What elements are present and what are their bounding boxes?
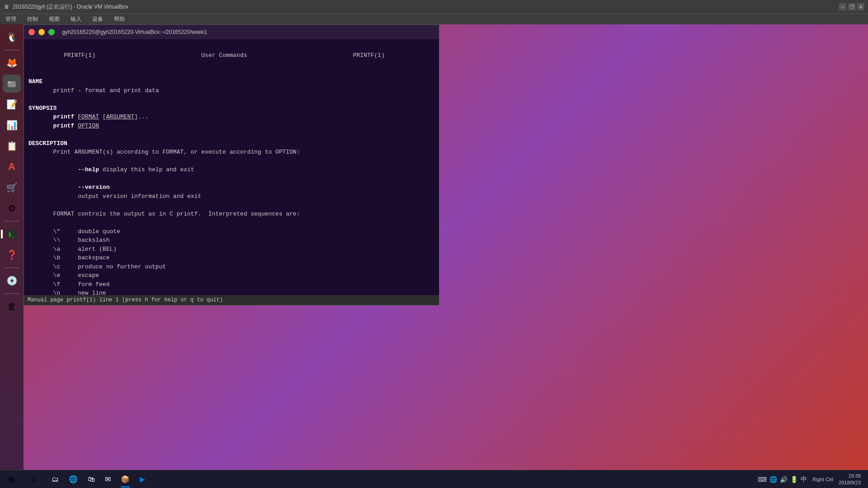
dock-item-files[interactable] — [3, 75, 21, 93]
seq-alert: \a alert (BEL) — [28, 245, 434, 254]
menu-view[interactable]: 视图 — [47, 14, 61, 24]
dock-item-cd[interactable]: 💿 — [3, 272, 21, 290]
dock-item-software[interactable]: A — [3, 158, 21, 176]
dock-item-ubuntu[interactable]: 🐧 — [3, 28, 21, 46]
format-arg: FORMAT — [78, 113, 99, 120]
titlebar: 🖥 20165220gyh [正在运行] - Oracle VM Virtual… — [0, 0, 868, 14]
dock-item-settings[interactable]: ⚙ — [3, 199, 21, 217]
help-desc: display this help and exit — [99, 166, 194, 173]
terminal-header-line: PRINTF(1) User Commands PRINTF(1) — [28, 42, 434, 69]
status-text: Manual page printf(1) line 1 (press h fo… — [28, 297, 223, 303]
dock-item-terminal[interactable]: $_ — [3, 225, 21, 243]
terminal-body[interactable]: PRINTF(1) User Commands PRINTF(1) NAME p… — [24, 39, 439, 295]
menu-help[interactable]: 帮助 — [112, 14, 127, 24]
tray-volume-icon[interactable]: 🔊 — [780, 476, 788, 483]
terminal-minimize-button[interactable] — [38, 29, 45, 35]
terminal-blank-5 — [28, 174, 434, 183]
desktop: 🐧 🦊 📝 📊 📋 A 🛒 ⚙ $_ ❓ 💿 🗑 gyh — [0, 24, 868, 470]
taskbar-item-powershell[interactable]: ▶ — [135, 471, 150, 488]
terminal-description-label: DESCRIPTION — [28, 139, 434, 148]
menu-devices[interactable]: 设备 — [90, 14, 105, 24]
taskbar-item-mail[interactable]: ✉ — [100, 471, 115, 488]
close-button[interactable]: ✕ — [857, 3, 864, 10]
notification-text[interactable]: Right Ctrl — [811, 476, 835, 483]
seq-no-output: \c produce no further output — [28, 263, 434, 272]
system-tray: ⌨ 🌐 🔊 🔋 中 — [758, 475, 807, 483]
header-left: PRINTF(1) — [64, 52, 95, 59]
taskbar-item-store[interactable]: 🛍 — [83, 471, 99, 488]
svg-rect-1 — [8, 81, 11, 83]
menu-manage[interactable]: 管理 — [4, 14, 18, 24]
dock: 🐧 🦊 📝 📊 📋 A 🛒 ⚙ $_ ❓ 💿 🗑 — [0, 24, 24, 470]
seq-newline: \n new line — [28, 289, 434, 295]
terminal-version-desc: output version information and exit — [28, 192, 434, 201]
terminal-synopsis-2: printf OPTION — [28, 122, 434, 131]
terminal-window: gyh20165220@gyh20165220-VirtualBox:~/201… — [24, 24, 439, 305]
terminal-blank-4 — [28, 157, 434, 166]
terminal-format-line: FORMAT controls the output as in C print… — [28, 210, 434, 219]
taskbar-clock: 19:39 2018/9/23 — [839, 473, 861, 486]
titlebar-controls: ─ ❐ ✕ — [839, 3, 864, 10]
description-section-title: DESCRIPTION — [28, 140, 67, 147]
printf-cmd-2: printf — [53, 122, 75, 129]
clock-date: 2018/9/23 — [839, 479, 861, 486]
terminal-close-button[interactable] — [28, 29, 35, 35]
minimize-button[interactable]: ─ — [839, 3, 846, 10]
taskbar-item-edge[interactable]: 🌐 — [64, 471, 82, 488]
titlebar-left: 🖥 20165220gyh [正在运行] - Oracle VM Virtual… — [4, 3, 128, 11]
option-arg: OPTION — [78, 122, 99, 129]
dock-separator-3 — [5, 267, 19, 268]
terminal-maximize-button[interactable] — [48, 29, 55, 35]
tray-keyboard-icon[interactable]: ⌨ — [758, 476, 767, 483]
terminal-status-bar: Manual page printf(1) line 1 (press h fo… — [24, 295, 439, 305]
main-area: gyh20165220@gyh20165220-VirtualBox:~/201… — [24, 24, 868, 470]
header-center: User Commands — [201, 52, 247, 59]
clock-time: 19:39 — [839, 473, 861, 479]
seq-backslash: \\ backslash — [28, 236, 434, 245]
terminal-blank-2 — [28, 95, 434, 104]
terminal-help-line: --help display this help and exit — [28, 165, 434, 174]
terminal-blank-6 — [28, 201, 434, 210]
seq-backspace: \b backspace — [28, 253, 434, 263]
terminal-name-desc: printf - format and print data — [28, 86, 434, 95]
taskbar-item-explorer[interactable]: 🗂 — [47, 471, 63, 488]
tray-network-icon[interactable]: 🌐 — [769, 476, 777, 483]
terminal-name-label: NAME — [28, 77, 434, 86]
windows-taskbar: ⊞ ⊙ 🗂 🌐 🛍 ✉ 📦 ▶ ⌨ 🌐 🔊 🔋 中 Right Ctrl 19:… — [0, 470, 868, 488]
menu-input[interactable]: 输入 — [69, 14, 83, 24]
printf-cmd-1: printf — [53, 113, 75, 120]
taskbar-item-virtualbox[interactable]: 📦 — [116, 471, 134, 488]
dock-item-trash[interactable]: 🗑 — [3, 297, 21, 315]
help-flag: --help — [53, 166, 99, 173]
terminal-synopsis-1: printf FORMAT [ARGUMENT]... — [28, 113, 434, 122]
seq-escape: \e escape — [28, 271, 434, 280]
seq-formfeed: \f form feed — [28, 280, 434, 289]
terminal-blank-3 — [28, 130, 434, 139]
terminal-description-text: Print ARGUMENT(s) according to FORMAT, o… — [28, 148, 434, 157]
restore-button[interactable]: ❐ — [848, 3, 855, 10]
terminal-version-line: --version — [28, 183, 434, 192]
app-icon: 🖥 — [4, 4, 9, 10]
taskbar-right: ⌨ 🌐 🔊 🔋 中 Right Ctrl 19:39 2018/9/23 — [750, 473, 868, 486]
menubar: 管理 控制 视图 输入 设备 帮助 — [0, 14, 868, 24]
tray-ime-icon[interactable]: 中 — [801, 475, 807, 483]
dock-separator-2 — [5, 221, 19, 221]
synopsis-section-title: SYNOPSIS — [28, 105, 57, 112]
dock-item-calc[interactable]: 📊 — [3, 116, 21, 134]
dock-separator-4 — [5, 293, 19, 294]
search-button[interactable]: ⊙ — [23, 470, 45, 488]
dock-item-amazon[interactable]: 🛒 — [3, 178, 21, 197]
dock-item-firefox[interactable]: 🦊 — [3, 54, 21, 72]
dock-item-writer[interactable]: 📝 — [3, 95, 21, 113]
name-section-title: NAME — [28, 78, 42, 85]
dock-item-impress[interactable]: 📋 — [3, 137, 21, 155]
tray-battery-icon[interactable]: 🔋 — [790, 476, 798, 483]
argument-arg: ARGUMENT — [106, 113, 134, 120]
start-button[interactable]: ⊞ — [0, 470, 23, 488]
terminal-titlebar: gyh20165220@gyh20165220-VirtualBox:~/201… — [24, 25, 439, 39]
menu-control[interactable]: 控制 — [25, 14, 40, 24]
terminal-blank-1 — [28, 69, 434, 78]
taskbar-items: 🗂 🌐 🛍 ✉ 📦 ▶ — [45, 471, 750, 488]
dock-item-help[interactable]: ❓ — [3, 246, 21, 264]
terminal-title: gyh20165220@gyh20165220-VirtualBox:~/201… — [62, 29, 207, 35]
